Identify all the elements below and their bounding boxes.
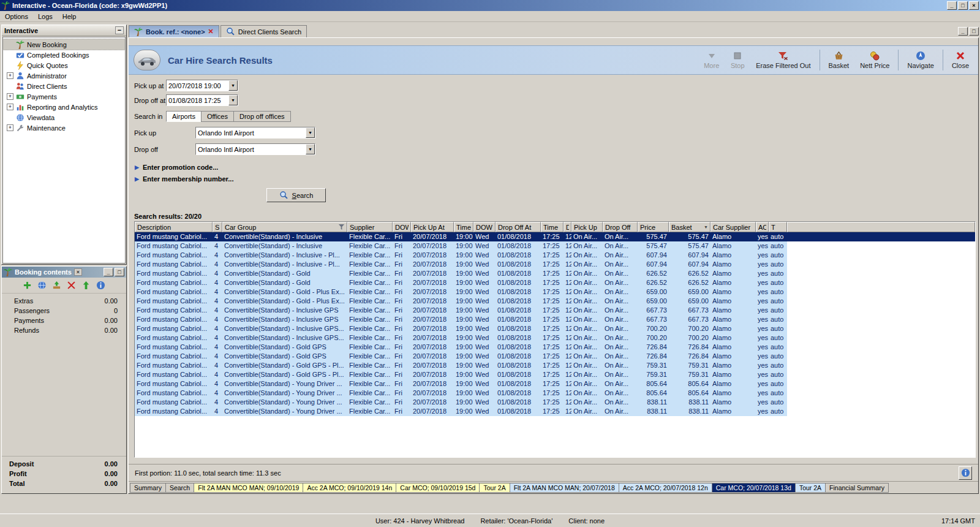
column-header-time[interactable]: Time bbox=[541, 222, 564, 232]
menu-logs[interactable]: Logs bbox=[33, 12, 58, 21]
tab-close-icon[interactable]: ✕ bbox=[208, 28, 214, 36]
sidebar-item-quick-quotes[interactable]: Quick Quotes bbox=[3, 60, 125, 70]
minimize-icon[interactable]: _ bbox=[947, 1, 957, 10]
result-row[interactable]: Ford mustang Cabriol...4Convertible(Stan… bbox=[135, 269, 975, 278]
search-button[interactable]: Search bbox=[266, 188, 326, 202]
result-row[interactable]: Ford mustang Cabriol...4Convertible(Stan… bbox=[135, 241, 975, 251]
sidebar-item-new-booking[interactable]: New Booking bbox=[3, 39, 125, 50]
mdi-restore-icon[interactable]: □ bbox=[969, 27, 979, 36]
search-in-drop-off-offices[interactable]: Drop off offices bbox=[233, 111, 291, 122]
sidebar-item-maintenance[interactable]: +Maintenance bbox=[3, 123, 125, 133]
result-row[interactable]: Ford mustang Cabriol...4Convertible(Stan… bbox=[135, 232, 975, 241]
promotion-code-expander[interactable]: ▶ Enter promotion code... bbox=[135, 164, 978, 171]
column-header-description[interactable]: Description bbox=[135, 222, 213, 232]
column-header-drop-off-at[interactable]: Drop Off At bbox=[496, 222, 541, 232]
dropoff-at-input[interactable]: ▼ bbox=[166, 94, 238, 106]
move-up-icon[interactable] bbox=[81, 281, 91, 290]
sidebar-item-viewdata[interactable]: Viewdata bbox=[3, 112, 125, 123]
bottom-tab-car-mco-20-07-2018-13d[interactable]: Car MCO; 20/07/2018 13d bbox=[712, 483, 796, 493]
expand-icon[interactable]: + bbox=[7, 104, 13, 110]
column-header-ac[interactable]: AC bbox=[756, 222, 769, 232]
panel-minimize-icon[interactable]: _ bbox=[104, 268, 113, 276]
result-row[interactable]: Ford mustang Cabriol...4Convertible(Stan… bbox=[135, 398, 975, 407]
close-button[interactable]: Close bbox=[948, 50, 973, 70]
result-row[interactable]: Ford mustang Cabriol...4Convertible(Stan… bbox=[135, 306, 975, 315]
bottom-tab-summary[interactable]: Summary bbox=[130, 483, 166, 493]
search-in-airports[interactable]: Airports bbox=[166, 111, 202, 122]
bottom-tab-acc-2a-mco-09-10-2019-14n[interactable]: Acc 2A MCO; 09/10/2019 14n bbox=[303, 483, 396, 493]
result-row[interactable]: Ford mustang Cabriol...4Convertible(Stan… bbox=[135, 370, 975, 379]
result-row[interactable]: Ford mustang Cabriol...4Convertible(Stan… bbox=[135, 361, 975, 370]
chevron-down-icon[interactable]: ▼ bbox=[306, 144, 315, 154]
result-row[interactable]: Ford mustang Cabriol...4Convertible(Stan… bbox=[135, 324, 975, 333]
pickup-combo[interactable]: ▼ bbox=[195, 127, 315, 138]
result-row[interactable]: Ford mustang Cabriol...4Convertible(Stan… bbox=[135, 333, 975, 343]
bottom-tab-search[interactable]: Search bbox=[165, 483, 194, 493]
chevron-down-icon[interactable]: ▼ bbox=[306, 127, 315, 138]
bottom-tab-financial-summary[interactable]: Financial Summary bbox=[825, 483, 889, 493]
result-row[interactable]: Ford mustang Cabriol...4Convertible(Stan… bbox=[135, 287, 975, 297]
expand-icon[interactable]: + bbox=[7, 93, 13, 100]
result-row[interactable]: Ford mustang Cabriol...4Convertible(Stan… bbox=[135, 379, 975, 389]
column-header-t[interactable]: T bbox=[769, 222, 787, 232]
result-row[interactable]: Ford mustang Cabriol...4Convertible(Stan… bbox=[135, 297, 975, 306]
erase-filtered-out-button[interactable]: Erase Filtered Out bbox=[752, 50, 815, 70]
mdi-minimize-icon[interactable]: _ bbox=[958, 27, 968, 36]
column-header-pick-up-at[interactable]: Pick Up At bbox=[411, 222, 454, 232]
column-header-dow[interactable]: DOW bbox=[393, 222, 411, 232]
column-header-car-supplier[interactable]: Car Supplier bbox=[710, 222, 756, 232]
close-icon[interactable]: × bbox=[969, 1, 979, 10]
result-row[interactable]: Ford mustang Cabriol...4Convertible(Stan… bbox=[135, 352, 975, 361]
result-row[interactable]: Ford mustang Cabriol...4Convertible(Stan… bbox=[135, 251, 975, 260]
column-header-price[interactable]: Price bbox=[638, 222, 669, 232]
dropoff-combo[interactable]: ▼ bbox=[195, 143, 315, 155]
export-icon[interactable] bbox=[52, 281, 61, 290]
column-header-pick-up[interactable]: Pick Up bbox=[571, 222, 603, 232]
nett-price-button[interactable]: Nett Price bbox=[856, 50, 894, 70]
chevron-down-icon[interactable]: ▼ bbox=[228, 95, 238, 105]
bottom-tab-acc-2a-mco-20-07-2018-12n[interactable]: Acc 2A MCO; 20/07/2018 12n bbox=[619, 483, 712, 493]
tab-book-ref-none[interactable]: Book. ref.: <none>✕ bbox=[129, 25, 219, 37]
bottom-tab-car-mco-09-10-2019-15d[interactable]: Car MCO; 09/10/2019 15d bbox=[396, 483, 480, 493]
bottom-tab-tour-2a[interactable]: Tour 2A bbox=[795, 483, 826, 493]
panel-maximize-icon[interactable]: □ bbox=[115, 268, 124, 276]
sidebar-item-completed-bookings[interactable]: Completed Bookings bbox=[3, 50, 125, 60]
info-button[interactable] bbox=[959, 466, 972, 480]
expand-icon[interactable]: + bbox=[7, 72, 13, 79]
membership-number-expander[interactable]: ▶ Enter membership number... bbox=[135, 175, 978, 183]
basket-button[interactable]: Basket bbox=[824, 50, 854, 70]
panel-close-icon[interactable]: × bbox=[74, 268, 82, 276]
bottom-tab-flt-2a-man-mco-man-20-07-2018[interactable]: Flt 2A MAN MCO MAN; 20/07/2018 bbox=[510, 483, 619, 493]
pickup-at-input[interactable]: ▼ bbox=[166, 80, 238, 91]
result-row[interactable]: Ford mustang Cabriol...4Convertible(Stan… bbox=[135, 407, 975, 416]
column-header-time[interactable]: Time bbox=[454, 222, 473, 232]
column-header-drop-off[interactable]: Drop Off bbox=[603, 222, 638, 232]
result-row[interactable]: Ford mustang Cabriol...4Convertible(Stan… bbox=[135, 260, 975, 269]
bottom-tab-tour-2a[interactable]: Tour 2A bbox=[479, 483, 510, 493]
search-in-offices[interactable]: Offices bbox=[201, 111, 234, 122]
bottom-tab-flt-2a-man-mco-man-09-10-2019[interactable]: Flt 2A MAN MCO MAN; 09/10/2019 bbox=[194, 483, 303, 493]
column-header-s[interactable]: S bbox=[213, 222, 222, 232]
menu-help[interactable]: Help bbox=[58, 12, 81, 21]
column-header-basket[interactable]: Basket▼ bbox=[669, 222, 710, 232]
column-header-car-group[interactable]: Car Group bbox=[222, 222, 347, 232]
column-header-dow[interactable]: DOW bbox=[473, 222, 496, 232]
navigate-button[interactable]: Navigate bbox=[903, 50, 938, 70]
tab-direct-clients-search[interactable]: Direct Clients Search bbox=[221, 25, 307, 37]
expand-icon[interactable]: + bbox=[7, 124, 13, 131]
sidebar-item-payments[interactable]: +Payments bbox=[3, 91, 125, 102]
add-icon[interactable] bbox=[23, 281, 32, 290]
chevron-down-icon[interactable]: ▼ bbox=[228, 80, 238, 91]
delete-icon[interactable] bbox=[67, 281, 76, 290]
maximize-icon[interactable]: □ bbox=[958, 1, 968, 10]
result-row[interactable]: Ford mustang Cabriol...4Convertible(Stan… bbox=[135, 343, 975, 352]
sidebar-item-administrator[interactable]: +Administrator bbox=[3, 70, 125, 81]
collapse-icon[interactable]: − bbox=[115, 26, 124, 34]
column-header-supplier[interactable]: Supplier bbox=[347, 222, 393, 232]
world-icon[interactable] bbox=[37, 281, 47, 290]
column-header-d[interactable]: D bbox=[564, 222, 571, 232]
result-row[interactable]: Ford mustang Cabriol...4Convertible(Stan… bbox=[135, 278, 975, 287]
result-row[interactable]: Ford mustang Cabriol...4Convertible(Stan… bbox=[135, 389, 975, 398]
sidebar-item-reporting-and-analytics[interactable]: +Reporting and Analytics bbox=[3, 102, 125, 112]
result-row[interactable]: Ford mustang Cabriol...4Convertible(Stan… bbox=[135, 315, 975, 324]
